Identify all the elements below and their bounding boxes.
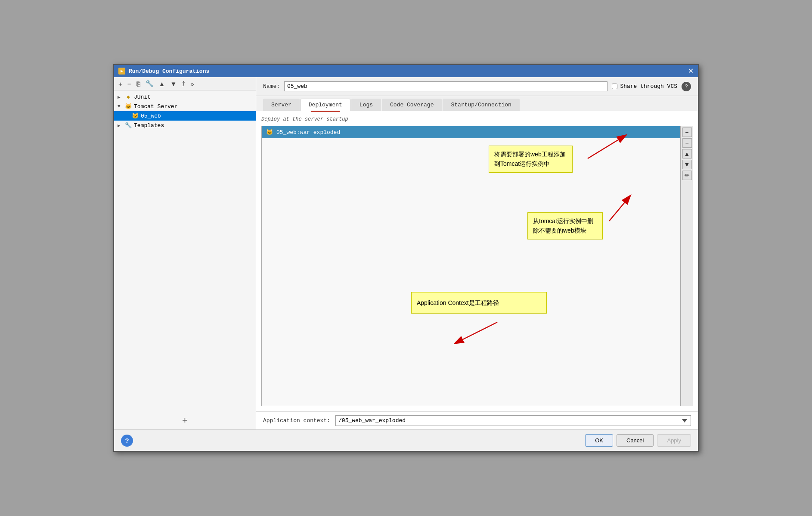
deploy-item-label: 05_web:war exploded: [276, 129, 340, 136]
copy-config-button[interactable]: ⎘: [135, 79, 142, 88]
deployment-list: 🐱 05_web:war exploded: [261, 126, 681, 406]
share-label: Share through VCS: [620, 83, 677, 90]
name-help-button[interactable]: ?: [682, 82, 691, 91]
junit-label: JUnit: [134, 94, 151, 100]
remove-deploy-button[interactable]: −: [682, 138, 692, 148]
tab-active-indicator: [311, 111, 340, 112]
edit-deploy-button[interactable]: ✏: [682, 171, 692, 180]
05web-label: 05_web: [141, 113, 161, 119]
tab-server[interactable]: Server: [263, 99, 300, 111]
name-input[interactable]: [284, 81, 607, 91]
footer: ? OK Cancel Apply: [114, 429, 698, 451]
junit-icon: ◆: [124, 93, 132, 100]
tab-logs[interactable]: Logs: [351, 99, 381, 111]
tabs-bar: Server Deployment Logs Code Coverage Sta…: [256, 96, 698, 111]
tab-startup-label: Startup/Connection: [451, 102, 511, 108]
down-deploy-button[interactable]: ▼: [682, 160, 692, 169]
move-to-button[interactable]: ⤴: [180, 79, 187, 88]
main-content: + − ⎘ 🔧 ▲ ▼ ⤴ » ▶ ◆ JUnit ▼ 🐱: [114, 77, 698, 429]
app-context-label: Application context:: [263, 417, 330, 424]
tomcat-icon: 🐱: [124, 103, 132, 110]
left-panel: + − ⎘ 🔧 ▲ ▼ ⤴ » ▶ ◆ JUnit ▼ 🐱: [114, 77, 256, 429]
tab-startup-connection[interactable]: Startup/Connection: [443, 99, 519, 111]
content-area: Deploy at the server startup 🐱 05_web:wa…: [256, 111, 698, 411]
footer-right: OK Cancel Apply: [585, 434, 691, 447]
deploy-item-icon: 🐱: [266, 129, 273, 136]
tab-logs-label: Logs: [360, 102, 373, 108]
tomcat-arrow: ▼: [118, 104, 124, 109]
section-label: Deploy at the server startup: [261, 116, 693, 122]
app-context-select[interactable]: /05_web_war_exploded: [335, 415, 691, 426]
ok-button[interactable]: OK: [585, 434, 613, 447]
tree-item-templates[interactable]: ▶ 🔧 Templates: [114, 121, 256, 130]
tree-item-05web[interactable]: 🐱 05_web: [114, 111, 256, 121]
right-panel: Name: Share through VCS ? Server Deploym…: [256, 77, 698, 429]
add-btn-container: +: [114, 411, 256, 429]
more-button[interactable]: »: [189, 79, 195, 88]
tab-code-coverage[interactable]: Code Coverage: [382, 99, 442, 111]
share-area: Share through VCS: [612, 83, 677, 90]
add-deploy-button[interactable]: +: [682, 127, 692, 137]
name-row: Name: Share through VCS ?: [256, 77, 698, 96]
tab-deployment[interactable]: Deployment: [301, 99, 350, 111]
toolbar: + − ⎘ 🔧 ▲ ▼ ⤴ »: [114, 77, 256, 90]
settings-button[interactable]: 🔧: [144, 79, 155, 88]
tree-item-tomcat[interactable]: ▼ 🐱 Tomcat Server: [114, 102, 256, 111]
app-context-row: Application context: /05_web_war_explode…: [256, 411, 698, 429]
junit-arrow: ▶: [118, 94, 124, 100]
add-new-button[interactable]: +: [182, 415, 188, 426]
name-label: Name:: [263, 83, 280, 90]
tomcat-label: Tomcat Server: [134, 103, 177, 110]
tab-deployment-label: Deployment: [309, 102, 342, 108]
tab-server-label: Server: [271, 102, 291, 108]
close-button[interactable]: ✕: [688, 68, 694, 75]
up-deploy-button[interactable]: ▲: [682, 149, 692, 159]
title-bar-left: ▶ Run/Debug Configurations: [118, 68, 209, 75]
add-config-button[interactable]: +: [117, 79, 124, 88]
move-down-button[interactable]: ▼: [168, 79, 178, 88]
tree-item-junit[interactable]: ▶ ◆ JUnit: [114, 92, 256, 102]
cancel-button[interactable]: Cancel: [617, 434, 654, 447]
templates-icon: 🔧: [124, 122, 132, 129]
dialog-title: Run/Debug Configurations: [129, 68, 209, 75]
config-tree: ▶ ◆ JUnit ▼ 🐱 Tomcat Server 🐱 05_web: [114, 90, 256, 411]
share-checkbox[interactable]: [612, 84, 617, 89]
move-up-button[interactable]: ▲: [157, 79, 167, 88]
remove-config-button[interactable]: −: [126, 79, 133, 88]
dialog-icon: ▶: [118, 68, 125, 75]
apply-button[interactable]: Apply: [657, 434, 691, 447]
deploy-item[interactable]: 🐱 05_web:war exploded: [262, 126, 680, 138]
side-buttons: + − ▲ ▼ ✏: [681, 126, 693, 406]
05web-icon: 🐱: [131, 112, 139, 119]
tab-code-coverage-label: Code Coverage: [390, 102, 434, 108]
title-bar: ▶ Run/Debug Configurations ✕: [114, 65, 698, 77]
templates-label: Templates: [134, 122, 164, 129]
templates-arrow: ▶: [118, 123, 124, 128]
run-debug-dialog: ▶ Run/Debug Configurations ✕ + − ⎘ 🔧 ▲ ▼…: [113, 64, 699, 452]
help-button[interactable]: ?: [121, 435, 133, 447]
05web-arrow: [124, 113, 131, 118]
footer-left: ?: [121, 435, 133, 447]
